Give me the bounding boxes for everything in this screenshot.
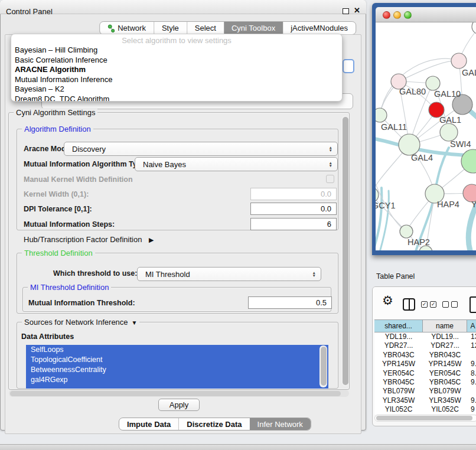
network-icon [107,24,115,32]
table-panel: ⚙ ✓✓ shared...nameA YDL19...YDL19...13YD… [372,286,476,426]
apply-button[interactable]: Apply [158,399,200,411]
attribute-item[interactable]: SelfLoops [26,345,328,355]
aracne-mode-select[interactable]: Discovery ▲▼ [64,142,338,156]
network-node-gal4[interactable] [399,134,420,155]
network-node-label: SWI4 [450,139,471,149]
zoom-traffic-light-icon[interactable] [404,11,412,19]
which-threshold-value: MI Threshold [145,270,190,279]
settings-vscrollbar-thumb[interactable] [343,117,348,385]
collapse-down-icon: ▼ [132,319,138,326]
column-header[interactable]: name [423,320,467,332]
close-icon[interactable]: ✕ [354,6,360,15]
network-node-gal1[interactable] [440,123,458,141]
select-all-checkboxes-icon[interactable]: ✓✓ [421,301,436,308]
mi-algorithm-type-select[interactable]: Naive Bayes ▲▼ [135,157,338,171]
dropdown-item[interactable]: Bayesian – K2 [11,84,342,94]
attributes-scrollbar-thumb[interactable] [321,347,327,386]
dropdown-item[interactable]: ARACNE Algorithm [11,65,342,75]
kernel-width-label: Kernel Width (0,1): [24,190,89,198]
table-cell: YIL052C [423,405,467,414]
data-attributes-label: Data Attributes [21,332,74,341]
table-cell: YPR145W [423,360,467,369]
table-row[interactable]: YER054CYER054C8. [374,369,476,378]
which-threshold-select[interactable]: MI Threshold ▲▼ [137,267,321,281]
mi-threshold-field[interactable]: 0.5 [248,296,332,309]
close-traffic-light-icon[interactable] [383,11,390,19]
network-node-hap2[interactable] [400,225,413,238]
network-node-gal11[interactable] [376,108,387,122]
network-node-swi4[interactable] [461,149,476,173]
table-row[interactable]: YDR27...YDR27...12 [374,341,476,350]
dropdown-item[interactable]: Basic Correlation Inference [11,56,342,66]
column-layout-icon[interactable] [403,298,415,311]
network-node[interactable] [472,22,476,34]
float-window-icon[interactable] [343,8,349,14]
table-row[interactable]: YPR145WYPR145W9. [374,360,476,369]
table-row[interactable]: YBR043CYBR043C [374,351,476,360]
dpi-tolerance-field[interactable]: 0.0 [250,203,337,215]
network-node-label: GAL1 [439,115,461,125]
tab-label: Style [162,24,179,32]
aracne-mode-value: Discovery [72,145,106,154]
network-node-gal[interactable] [451,53,467,69]
network-node-label: GAL [462,68,476,77]
settings-hscrollbar-thumb[interactable] [10,391,341,396]
data-attributes-list[interactable]: SelfLoopsTopologicalCoefficientBetweenne… [26,345,328,389]
tab-style[interactable]: Style [154,22,187,34]
column-header[interactable]: A [467,320,476,332]
network-canvas[interactable]: GALGAL80GAL10GAL1GAL11SWI4GAL4GCY1HAP4YH… [376,22,476,250]
manual-kernel-width-checkbox[interactable] [326,175,334,183]
deselect-all-checkboxes-icon[interactable] [442,301,458,308]
table-cell [467,387,476,396]
network-node-label: GAL4 [411,153,433,162]
network-window-titlebar[interactable] [376,7,476,22]
table-row[interactable]: YBR045CYBR045C9. [374,378,476,387]
hub-transcription-factor-expander[interactable]: Hub/Transcription Factor Definition ▶ [24,235,154,244]
control-panel-titlebar [0,0,366,14]
table-row[interactable]: YIL052CYIL052C9 [374,405,476,414]
network-node-label: GAL11 [381,122,407,132]
network-node[interactable] [426,76,440,90]
sources-title-text: Sources for Network Inference [24,318,128,327]
table-row[interactable]: YLR345WYLR345W9. [374,396,476,405]
table-toolbar: ⚙ ✓✓ [373,287,476,319]
minimize-traffic-light-icon[interactable] [393,11,401,19]
threshold-definition-title: Threshold Definition [22,249,95,257]
tab-select[interactable]: Select [187,22,224,34]
attribute-item[interactable]: BetweennessCentrality [26,365,328,375]
table-cell: 8. [467,369,476,378]
table-cell: 13 [467,332,476,341]
mi-threshold-label: Mutual Information Threshold: [28,299,135,307]
algorithm-definition-title: Algorithm Definition [22,125,93,133]
kernel-width-field[interactable]: 0.0 [250,188,337,200]
table-hscrollbar-track[interactable] [374,415,476,422]
table-row[interactable]: YBL079WYBL079W [374,387,476,396]
attribute-item[interactable]: gal4RGexp [26,375,328,385]
tab-infer-network[interactable]: Infer Network [250,418,311,430]
column-header[interactable]: shared... [374,320,423,332]
which-threshold-label: Which threshold to use: [53,269,137,278]
table-row[interactable]: YDL19...YDL19...13 [374,332,476,341]
table-cell: YDR27... [423,341,467,350]
tab-network[interactable]: Network [100,22,154,34]
document-icon[interactable] [470,296,476,313]
tab-discretize-data[interactable]: Discretize Data [178,418,249,430]
network-node-label: HAP2 [407,237,430,247]
dropdown-item[interactable]: Mutual Information Inference [11,75,342,85]
dropdown-item-list: Bayesian – Hill ClimbingBasic Correlatio… [11,45,342,102]
tab-impute-data[interactable]: Impute Data [119,418,178,430]
algorithm-dropdown-popup: Select algorithm to view settings Bayesi… [11,34,343,102]
dropdown-item[interactable]: Dream8 DC_TDC Algorithm [11,94,342,102]
mi-steps-label: Mutual Information Steps: [24,220,115,229]
attribute-item[interactable]: TopologicalCoefficient [26,355,328,365]
tab-jactivemnodules[interactable]: jActiveMNodules [283,22,356,34]
table-cell: 9. [467,396,476,405]
table-cell: YDL19... [423,332,467,341]
settings-gear-icon[interactable]: ⚙ [382,294,393,308]
dropdown-item[interactable]: Bayesian – Hill Climbing [11,45,342,56]
mi-steps-field[interactable]: 6 [250,218,337,230]
table-hscrollbar-thumb[interactable] [376,416,472,420]
sources-group-title[interactable]: Sources for Network Inference▼ [22,318,139,327]
tab-cyni-toolbox[interactable]: Cyni Toolbox [224,22,283,34]
stepper-arrows-icon: ▲▼ [312,271,316,277]
